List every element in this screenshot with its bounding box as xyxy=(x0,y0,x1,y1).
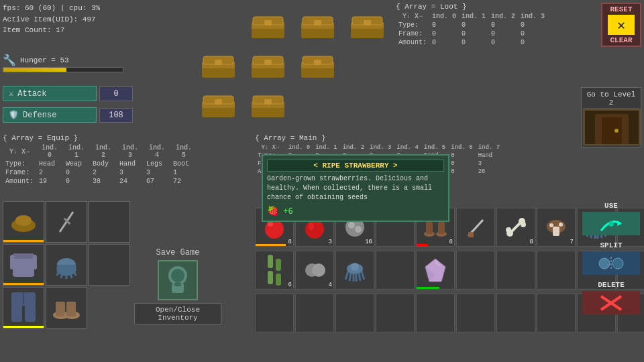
inv-slot-11[interactable]: 4 xyxy=(295,251,334,290)
svg-point-112 xyxy=(612,258,623,269)
svg-rect-41 xyxy=(215,60,222,65)
loot-table: Y↓ X→ ind. 0 ind. 1 ind. 2 ind. 3 Type: … xyxy=(396,12,547,47)
defense-button[interactable]: 🛡️ Defense xyxy=(3,107,97,123)
tooltip-title: < RIPE STRAWBERRY > xyxy=(267,160,444,172)
tooltip-bonus: 🍓 +6 xyxy=(267,205,444,217)
inv-slot-22[interactable] xyxy=(335,294,374,333)
inv-slot-21[interactable] xyxy=(295,294,334,333)
inv-slot-17[interactable] xyxy=(537,251,576,290)
svg-rect-53 xyxy=(215,99,222,105)
inv-slot-16[interactable] xyxy=(496,251,535,290)
inv-slot-12[interactable] xyxy=(335,251,374,290)
defense-value: 108 xyxy=(99,108,133,123)
chest-slot-1-1[interactable] xyxy=(244,46,291,83)
inv-slot-20[interactable] xyxy=(255,294,294,333)
equip-slot-hand[interactable] xyxy=(46,244,87,286)
delete-icon[interactable] xyxy=(582,291,640,314)
svg-rect-93 xyxy=(268,255,273,268)
chest-slot-2-1[interactable] xyxy=(244,86,291,123)
equip-slot-head[interactable] xyxy=(3,201,44,243)
use-icon[interactable] xyxy=(582,212,640,235)
svg-rect-49 xyxy=(314,60,321,65)
item-tooltip: < RIPE STRAWBERRY > Garden-grown strawbe… xyxy=(262,154,449,222)
svg-point-64 xyxy=(268,221,273,227)
equip-slot-weapon[interactable] xyxy=(46,201,87,243)
inv-slot-23[interactable] xyxy=(376,294,415,333)
chest-slot-0-0 xyxy=(195,7,241,44)
delete-label: DELETE xyxy=(581,280,641,290)
chest-slot-1-3 xyxy=(343,46,390,83)
fps-label: fps: 60 (60) | cpu: 3% xyxy=(3,3,100,14)
sword-icon: ⚔️ xyxy=(9,88,13,99)
inv-slot-27[interactable] xyxy=(537,294,576,333)
svg-rect-7 xyxy=(14,253,33,259)
chest-slot-2-0[interactable] xyxy=(195,86,241,123)
reset-clear-button[interactable]: RESET ✕ CLEAR xyxy=(601,3,641,47)
inv-slot-25[interactable] xyxy=(456,294,495,333)
svg-line-102 xyxy=(350,273,351,281)
main-array-title: { Array = Main } xyxy=(255,134,502,142)
split-icon[interactable] xyxy=(582,251,640,275)
chest-slot-1-0[interactable] xyxy=(195,46,241,83)
svg-point-80 xyxy=(521,222,526,227)
inv-slot-15[interactable] xyxy=(456,251,495,290)
equip-slot-body[interactable] xyxy=(3,244,44,286)
svg-point-68 xyxy=(348,222,355,229)
svg-rect-96 xyxy=(276,274,281,286)
item-count-label: Item Count: 17 xyxy=(3,25,100,36)
equip-table: Y↓ X→ ind. 0 ind. 1 ind. 2 ind. 3 ind. 4… xyxy=(3,143,197,186)
attack-button[interactable]: ⚔️ Attack xyxy=(3,86,97,101)
svg-point-100 xyxy=(351,263,359,271)
save-icon-box[interactable] xyxy=(158,260,198,300)
chest-grid xyxy=(195,7,390,123)
equip-slot-boots[interactable] xyxy=(46,287,87,328)
equip-slots xyxy=(3,201,130,328)
svg-rect-21 xyxy=(66,302,76,316)
svg-rect-37 xyxy=(364,20,371,25)
svg-rect-62 xyxy=(585,111,639,144)
wrench-icon: 🔧 xyxy=(3,54,16,67)
svg-rect-29 xyxy=(264,20,272,25)
delete-button-container: DELETE xyxy=(581,280,641,316)
chest-slot-1-2[interactable] xyxy=(294,46,341,83)
svg-rect-33 xyxy=(314,20,321,25)
save-section: Save Game Open/Close Inventory xyxy=(134,248,221,324)
svg-rect-19 xyxy=(56,302,65,316)
svg-point-1 xyxy=(15,215,32,226)
top-info: fps: 60 (60) | cpu: 3% Active Item(UID):… xyxy=(3,3,100,36)
chest-slot-0-3[interactable] xyxy=(343,7,390,44)
svg-rect-71 xyxy=(426,222,433,234)
inv-slot-13[interactable] xyxy=(376,251,415,290)
svg-point-79 xyxy=(506,227,511,233)
inv-slot-6[interactable]: 8 xyxy=(496,208,535,247)
chest-slot-2-3 xyxy=(343,86,390,123)
svg-line-106 xyxy=(362,272,364,280)
svg-point-84 xyxy=(559,223,563,227)
action-buttons: USE SPLIT DELETE xyxy=(581,201,641,316)
level-button[interactable]: Go to Level 2 xyxy=(581,87,641,147)
svg-rect-73 xyxy=(438,222,445,234)
chest-slot-0-1[interactable] xyxy=(244,7,291,44)
equip-array-title: { Array = Equip } xyxy=(3,134,197,142)
split-button-container: SPLIT xyxy=(581,241,641,276)
loot-array: { Array = Loot } Y↓ X→ ind. 0 ind. 1 ind… xyxy=(396,3,570,47)
inv-slot-5[interactable] xyxy=(456,208,495,247)
svg-line-101 xyxy=(345,272,348,280)
svg-rect-45 xyxy=(264,60,272,65)
inv-slot-7[interactable]: 7 xyxy=(537,208,576,247)
chest-slot-0-2[interactable] xyxy=(294,7,341,44)
equip-slot-body-empty[interactable] xyxy=(89,201,130,243)
svg-rect-75 xyxy=(468,232,474,237)
inv-slot-14[interactable] xyxy=(416,251,455,290)
equip-slot-legs[interactable] xyxy=(3,287,44,328)
defense-row: 🛡️ Defense 108 xyxy=(3,107,133,123)
inv-slot-24[interactable] xyxy=(416,294,455,333)
reset-x-icon: ✕ xyxy=(608,15,635,35)
split-label: SPLIT xyxy=(581,241,641,250)
inv-slot-10[interactable]: 6 xyxy=(255,251,294,290)
svg-rect-94 xyxy=(268,271,273,284)
hunger-bar xyxy=(3,67,123,72)
open-inventory-button[interactable]: Open/Close Inventory xyxy=(134,303,221,324)
equip-slot-legs-empty[interactable] xyxy=(89,244,130,286)
inv-slot-26[interactable] xyxy=(496,294,535,333)
